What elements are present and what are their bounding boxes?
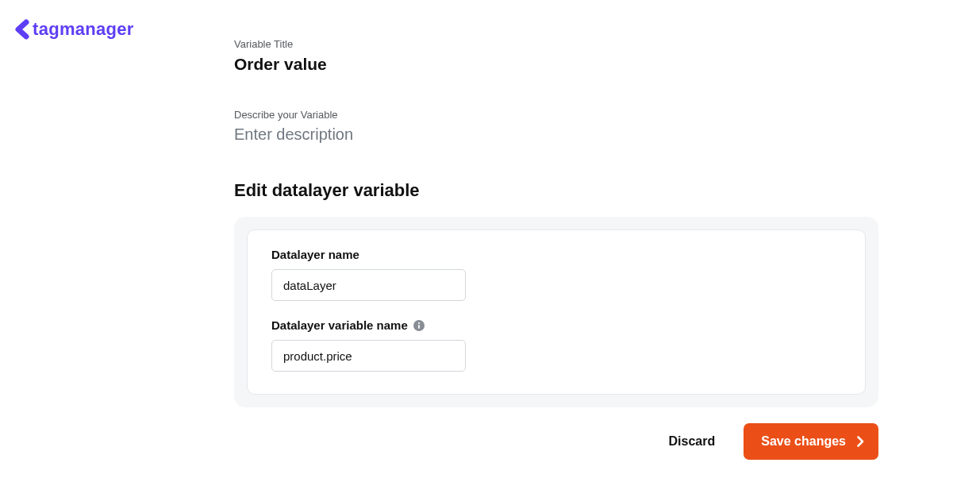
main-content: Variable Title Order value Describe your… (234, 38, 878, 460)
svg-point-1 (418, 322, 420, 323)
info-icon[interactable] (413, 320, 425, 331)
variable-title-value[interactable]: Order value (234, 55, 878, 74)
save-button-label: Save changes (761, 434, 846, 449)
datalayer-name-input[interactable] (271, 269, 466, 301)
variable-name-input[interactable] (271, 340, 466, 372)
variable-panel: Datalayer name Datalayer variable name (234, 217, 878, 407)
discard-button[interactable]: Discard (669, 434, 716, 449)
variable-panel-inner: Datalayer name Datalayer variable name (247, 229, 866, 395)
logo-text: tagmanager (33, 19, 134, 40)
datalayer-name-label: Datalayer name (271, 248, 841, 261)
variable-name-label: Datalayer variable name (271, 318, 841, 332)
variable-name-group: Datalayer variable name (271, 318, 841, 372)
action-bar: Discard Save changes (234, 423, 878, 460)
datalayer-name-group: Datalayer name (271, 248, 841, 301)
save-changes-button[interactable]: Save changes (744, 423, 878, 460)
svg-rect-2 (418, 325, 420, 329)
variable-title-label: Variable Title (234, 38, 878, 50)
datalayer-name-label-text: Datalayer name (271, 248, 359, 261)
variable-name-label-text: Datalayer variable name (271, 318, 408, 332)
description-input[interactable]: Enter description (234, 125, 878, 144)
description-label: Describe your Variable (234, 109, 878, 121)
chevron-right-icon (857, 436, 864, 447)
section-heading: Edit datalayer variable (234, 180, 878, 201)
app-logo[interactable]: tagmanager (13, 17, 134, 41)
logo-chevron-icon (13, 17, 31, 41)
